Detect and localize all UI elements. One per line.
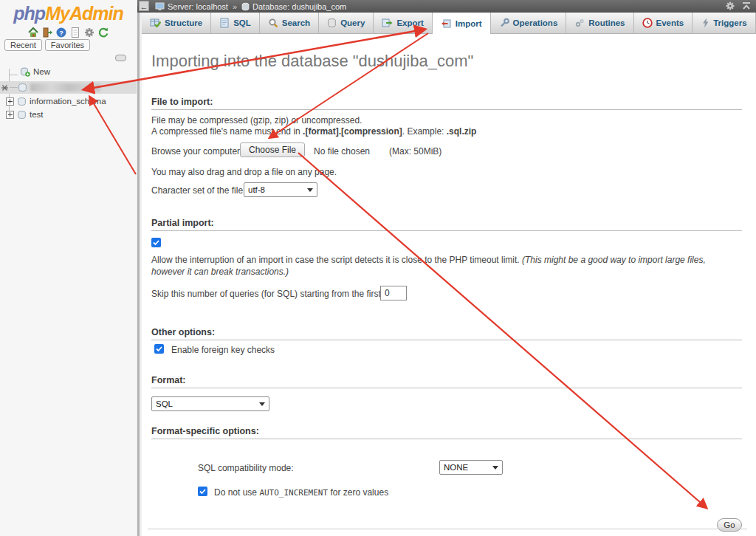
partial-import-checkbox[interactable] [151, 238, 161, 247]
phpmyadmin-logo: phpMyAdmin [0, 3, 137, 24]
label-text: for zero values [328, 487, 388, 498]
section-title-other-options: Other options: [151, 327, 742, 340]
tab-import[interactable]: Import [433, 13, 491, 34]
docs-icon[interactable] [69, 27, 81, 38]
panel-divider[interactable] [137, 0, 142, 536]
file-naming-hint: A compressed file's name must end in .[f… [151, 126, 476, 137]
phpmyadmin-import-page: phpMyAdmin ? Recent Favorites New [0, 0, 756, 536]
foreign-key-label: Enable foreign key checks [171, 345, 275, 355]
partial-import-description: Allow the interruption of an import in c… [151, 254, 729, 278]
settings-icon[interactable] [83, 27, 95, 38]
tree-item-new-database[interactable]: New [9, 66, 50, 78]
database-icon [17, 97, 27, 106]
new-database-icon [20, 66, 30, 77]
chevron-down-icon [259, 402, 265, 406]
label-text: Do not use [214, 487, 259, 498]
navigation-sidebar: phpMyAdmin ? Recent Favorites New [0, 0, 137, 536]
zero-autoincrement-checkbox[interactable] [198, 487, 207, 496]
charset-select[interactable]: utf-8 [244, 182, 317, 197]
svg-text:?: ? [59, 30, 63, 37]
tree-item-information-schema[interactable]: information_schema [6, 95, 106, 107]
selected-pointer-icon [1, 83, 10, 92]
panel-resize-handle[interactable] [115, 55, 126, 61]
browse-label: Browse your computer: [151, 146, 242, 157]
sql-compat-select[interactable]: NONE [439, 460, 503, 475]
choose-file-button[interactable]: Choose File [240, 142, 305, 157]
chevron-down-icon [492, 466, 498, 470]
go-button[interactable]: Go [717, 518, 742, 532]
charset-selected-value: utf-8 [248, 185, 265, 194]
tree-item-label: information_schema [30, 97, 106, 106]
expand-plus-icon[interactable] [6, 97, 14, 106]
refresh-icon[interactable] [97, 27, 109, 38]
max-size-text: (Max: 50MiB) [389, 146, 441, 157]
section-title-format-specific: Format-specific options: [151, 426, 742, 439]
import-icon [441, 18, 452, 29]
zero-autoincrement-label: Do not use AUTO_INCREMENT for zero value… [214, 487, 388, 498]
hint-example: .sql.zip [447, 126, 477, 137]
hint-text: . Example: [402, 126, 447, 137]
file-compress-hint: File may be compressed (gzip, zip) or un… [151, 115, 362, 126]
no-file-chosen-text: No file chosen [314, 146, 370, 157]
page-title: Importing into the database "dushujiba_c… [151, 52, 473, 71]
skip-queries-label: Skip this number of queries (for SQL) st… [151, 289, 400, 299]
section-title-file-to-import: File to import: [151, 97, 742, 110]
footer-divider [148, 529, 747, 529]
format-select[interactable]: SQL [151, 396, 269, 411]
tree-branch [10, 87, 18, 88]
tree-item-label: test [30, 110, 44, 119]
favorites-tab[interactable]: Favorites [45, 39, 90, 51]
panel-divider-bar [137, 0, 140, 536]
dragdrop-hint: You may also drag and drop a file on any… [151, 167, 337, 177]
sidebar-nav-icons: ? [0, 27, 137, 38]
hint-text: A compressed file's name must end in [151, 126, 303, 137]
home-icon[interactable] [27, 27, 39, 38]
chevron-down-icon [307, 188, 313, 192]
blurred-database-name [30, 83, 100, 92]
recent-tab[interactable]: Recent [4, 39, 42, 51]
tab-label: Import [456, 19, 482, 28]
tree-item-label: New [33, 67, 50, 76]
tree-item-selected-database[interactable] [0, 81, 137, 94]
charset-label: Character set of the file: [151, 185, 245, 196]
logout-icon[interactable] [41, 27, 53, 38]
sidebar-panel-tabs: Recent Favorites [4, 39, 90, 51]
foreign-key-checkbox[interactable] [154, 344, 164, 354]
section-title-format: Format: [151, 375, 742, 388]
sql-compat-label: SQL compatibility mode: [198, 463, 294, 473]
expand-plus-icon[interactable] [6, 111, 14, 119]
database-icon [18, 83, 27, 92]
logo-php: php [13, 3, 45, 24]
import-form: Importing into the database "dushujiba_c… [142, 0, 756, 536]
tree-branch [9, 69, 18, 75]
tree-item-test[interactable]: test [6, 109, 44, 120]
help-icon[interactable]: ? [55, 27, 67, 38]
sql-compat-selected-value: NONE [444, 463, 468, 472]
skip-queries-input[interactable] [380, 286, 407, 300]
hint-format-pattern: .[format].[compression] [303, 126, 402, 137]
database-icon [17, 110, 27, 120]
label-code: AUTO_INCREMENT [259, 488, 328, 498]
section-title-partial-import: Partial import: [151, 218, 742, 231]
logo-myadmin: MyAdmin [45, 3, 123, 24]
description-text: Allow the interruption of an import in c… [151, 255, 522, 265]
format-selected-value: SQL [156, 399, 173, 408]
